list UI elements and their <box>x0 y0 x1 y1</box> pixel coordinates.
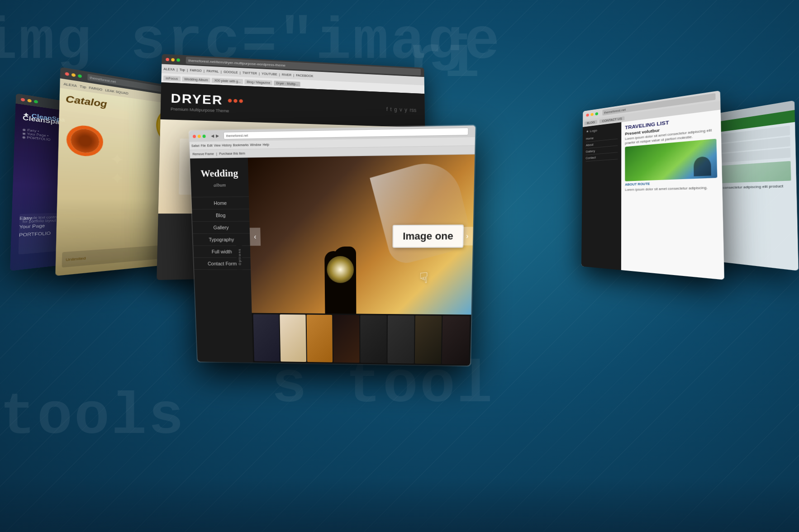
dot-green <box>34 100 38 103</box>
card-center-main[interactable]: ◀ ▶ themeforest.net Safari File Edit Vie… <box>189 125 476 366</box>
card-right-mid: themeforest.net BLOG CONTACT US ★ Logo H… <box>581 90 724 280</box>
cursor-hand: ☟ <box>419 269 428 286</box>
toolbar-item: LEAK SQUAD <box>105 88 128 95</box>
wedding-subtitle: album <box>214 182 226 188</box>
filmstrip-thumb-1[interactable] <box>253 314 280 362</box>
wedding-content: Wedding album Home Blog Gallery Typograp… <box>190 154 475 366</box>
dot-green-right <box>595 112 599 115</box>
separator: | <box>204 69 205 72</box>
menu-view[interactable]: View <box>214 144 220 147</box>
toolbar-remove-frame[interactable]: Remove Frame <box>192 152 214 156</box>
dot-red-main <box>193 134 196 138</box>
bike-figure <box>694 156 711 176</box>
filmstrip-thumb-4[interactable] <box>333 315 359 363</box>
wedding-hero: Image one ☟ ‹ › <box>248 154 475 314</box>
traveling-extra: Lorem ipsum dolor sit amet consectetur a… <box>625 185 717 192</box>
toolbar-purchase[interactable]: Purchase this Item <box>219 152 245 155</box>
separator: | <box>293 73 294 76</box>
right-mid-content: ★ Logo Home About Gallery Contact TRAVEL… <box>581 109 724 280</box>
nav-home[interactable]: Home <box>191 197 249 210</box>
tab-xoo[interactable]: X00 plate with g... <box>212 77 243 84</box>
social-icon: rss <box>409 107 416 114</box>
dot-green-main <box>203 134 206 138</box>
social-icon: t <box>390 106 391 112</box>
separator: | <box>259 71 260 75</box>
tab-wedding[interactable]: Wedding Album <box>182 76 210 82</box>
nav-arrows: ◀ ▶ <box>211 133 219 138</box>
dot-yellow <box>27 99 31 102</box>
menu-window[interactable]: Window <box>250 143 261 147</box>
bike-image <box>625 138 717 181</box>
wedding-veil <box>370 155 474 267</box>
nav-item: RIVER <box>282 73 292 76</box>
tab-dryer[interactable]: Dryer - Multip... <box>274 81 300 86</box>
separator: | <box>187 68 188 71</box>
menu-edit[interactable]: Edit <box>207 144 213 147</box>
dot-yellow-2 <box>71 73 76 77</box>
social-icons: f t g v y rss <box>386 106 417 114</box>
menu-safari[interactable]: Safari <box>191 144 200 147</box>
dot-green-3 <box>176 58 180 62</box>
wedding-title: Wedding <box>200 167 238 180</box>
nav-blog[interactable]: Blog <box>192 209 249 222</box>
forward-arrow[interactable]: ▶ <box>216 133 219 138</box>
small-flower <box>71 128 100 153</box>
filmstrip-thumb-3[interactable] <box>306 315 333 362</box>
separator: | <box>221 70 222 73</box>
social-icon: v <box>400 107 402 113</box>
separator: | <box>240 71 241 74</box>
nav-item: FACEBOOK <box>296 73 313 77</box>
dryer-logo: DRYER ••• <box>171 91 244 108</box>
dot-red-2 <box>65 72 69 76</box>
nav-gallery[interactable]: Gallery <box>192 222 250 234</box>
filmstrip-thumb-7[interactable] <box>414 316 442 364</box>
nav-item: FARGO <box>190 68 202 72</box>
wedding-main: Image one ☟ ‹ › <box>248 154 475 366</box>
nav-item: ALEXA <box>163 67 175 71</box>
image-one-label: Image one <box>393 224 464 247</box>
sidebar-logo: ★ Logo <box>586 126 618 133</box>
nav-item: PAYPAL <box>206 69 219 73</box>
hero-arrow-right[interactable]: › <box>461 227 473 245</box>
nav-item: GOOGLE <box>224 70 238 74</box>
dot-red <box>21 98 25 102</box>
dot-yellow-main <box>198 134 201 138</box>
dot-yellow-right <box>590 113 593 116</box>
filmstrip-thumb-6[interactable] <box>387 315 414 364</box>
tab-infocus[interactable]: inFocus <box>163 76 181 81</box>
filmstrip-thumb-2[interactable] <box>280 314 306 362</box>
social-icon: y <box>404 107 407 113</box>
filmstrip-thumb-8[interactable] <box>442 316 470 364</box>
separator: | <box>279 73 280 76</box>
social-icon: g <box>394 106 397 112</box>
separator: | <box>216 152 217 155</box>
back-arrow[interactable]: ◀ <box>211 133 214 138</box>
traveling-main: TRAVELING LIST Present volutbur Lorem ip… <box>621 109 724 280</box>
filmstrip-thumb-5[interactable] <box>360 315 386 363</box>
toolbar-item: ALEXA <box>63 82 77 87</box>
dot-red-right <box>586 113 589 116</box>
wedding-filmstrip <box>252 313 471 366</box>
social-icon: f <box>386 106 388 112</box>
dot-green-2 <box>78 74 82 78</box>
wedding-sidebar: Wedding album Home Blog Gallery Typograp… <box>190 158 253 363</box>
menu-file[interactable]: File <box>201 144 206 147</box>
separator: | <box>176 68 177 71</box>
dot-yellow-3 <box>171 58 175 61</box>
scene: ✦ CleanSpa ◉ Easy •◉ Your Page •◉ PORTFO… <box>0 0 799 532</box>
catalog-title: Catalog <box>66 94 107 109</box>
toolbar-item: FARGO <box>89 86 103 91</box>
cleanspace-nav: ◉ Easy •◉ Your Page •◉ PORTFOLIO <box>22 128 51 142</box>
nav-blog-tab[interactable]: BLOG <box>585 120 598 125</box>
nav-item: Top <box>180 68 185 71</box>
menu-bookmarks[interactable]: Bookmarks <box>233 143 249 147</box>
tab-blog[interactable]: Blog / Magazine <box>244 79 272 86</box>
menu-history[interactable]: History <box>222 143 232 147</box>
nav-item: YOUTUBE <box>262 72 277 76</box>
toolbar-item: Top <box>80 85 86 89</box>
hero-arrow-left[interactable]: ‹ <box>250 228 261 246</box>
nav-item: TWITTER <box>243 71 257 75</box>
options-tab[interactable]: Options <box>236 244 243 270</box>
menu-help[interactable]: Help <box>262 143 269 146</box>
dot-red-3 <box>166 57 169 61</box>
